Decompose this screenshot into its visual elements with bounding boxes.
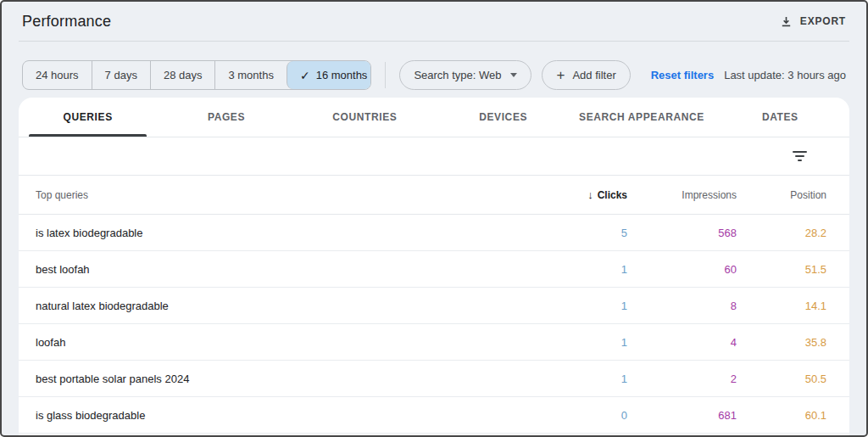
impressions-value: 4 [627,336,737,349]
check-icon: ✓ [300,69,310,82]
query-cell[interactable]: loofah [36,336,542,349]
impressions-value: 681 [627,409,737,422]
tab-queries[interactable]: QUERIES [19,98,157,137]
table-header-row: Top queries ↓Clicks Impressions Position [19,176,849,215]
add-filter-label: Add filter [572,69,615,81]
dimension-tabs: QUERIES PAGES COUNTRIES DEVICES SEARCH A… [19,98,849,137]
impressions-value: 2 [627,373,737,385]
clicks-value: 1 [542,263,627,276]
tab-dates[interactable]: DATES [711,98,849,137]
plus-icon: + [556,68,565,82]
table-row[interactable]: natural latex biodegradable 1 8 14.1 [19,288,849,324]
tab-label: DEVICES [479,111,527,123]
query-cell[interactable]: is latex biodegradable [36,227,542,239]
tab-devices[interactable]: DEVICES [434,98,572,137]
position-value: 51.5 [737,263,826,276]
impressions-value: 568 [627,227,737,239]
date-range-28-days[interactable]: 28 days [150,61,215,89]
table-row[interactable]: loofah 1 4 35.8 [19,324,849,361]
query-cell[interactable]: is glass biodegradable [36,409,542,422]
impressions-value: 60 [627,263,737,276]
tab-label: QUERIES [64,111,113,123]
add-filter-button[interactable]: + Add filter [542,60,630,90]
column-header-top-queries: Top queries [36,189,542,201]
table-row[interactable]: best portable solar panels 2024 1 2 50.5 [19,361,849,397]
date-range-7-days[interactable]: 7 days [92,61,150,89]
table-row[interactable]: best loofah 1 60 51.5 [19,251,849,288]
tab-label: SEARCH APPEARANCE [579,111,704,123]
clicks-value: 1 [542,300,627,312]
last-update-text: Last update: 3 hours ago [724,69,846,81]
search-type-label: Search type: Web [414,69,501,81]
tab-label: COUNTRIES [332,111,397,123]
column-header-impressions[interactable]: Impressions [627,189,737,201]
page-title: Performance [22,13,111,31]
chevron-down-icon [510,73,517,77]
top-bar: Performance EXPORT [2,2,866,41]
clicks-value: 0 [542,409,627,422]
query-cell[interactable]: best loofah [36,263,542,276]
table-filter-row [19,137,849,176]
tab-label: PAGES [208,111,245,123]
clicks-value: 1 [542,373,627,385]
impressions-value: 8 [627,300,737,312]
search-type-dropdown[interactable]: Search type: Web [399,60,531,90]
export-label: EXPORT [800,15,846,27]
query-cell[interactable]: natural latex biodegradable [36,300,542,312]
active-tab-underline [29,134,147,137]
date-range-label: 3 months [228,69,273,81]
export-button[interactable]: EXPORT [780,15,846,28]
column-header-clicks[interactable]: ↓Clicks [542,188,627,201]
column-header-position[interactable]: Position [737,189,826,201]
download-icon [780,15,793,28]
position-value: 50.5 [737,373,826,385]
filter-toolbar: 24 hours 7 days 28 days 3 months ✓ 16 mo… [2,42,866,98]
date-range-label: 16 months [316,69,368,81]
tab-label: DATES [762,111,798,123]
sort-descending-icon: ↓ [587,188,593,201]
date-range-3-months[interactable]: 3 months [214,61,286,89]
date-range-16-months[interactable]: ✓ 16 months [287,61,371,89]
filter-list-icon[interactable] [787,146,812,166]
position-value: 60.1 [737,409,826,422]
position-value: 14.1 [737,300,826,312]
clicks-value: 1 [542,336,627,349]
table-row[interactable]: is glass biodegradable 0 681 60.1 [19,397,849,434]
date-range-24-hours[interactable]: 24 hours [23,61,92,89]
tab-pages[interactable]: PAGES [157,98,295,137]
tab-search-appearance[interactable]: SEARCH APPEARANCE [572,98,710,137]
reset-filters-link[interactable]: Reset filters [651,69,714,81]
search-console-performance-page: Performance EXPORT 24 hours 7 days 28 da… [0,0,868,437]
date-range-label: 24 hours [36,69,79,81]
date-range-label: 28 days [164,69,203,81]
date-range-group: 24 hours 7 days 28 days 3 months ✓ 16 mo… [22,60,371,90]
toolbar-divider [385,62,386,88]
report-card: QUERIES PAGES COUNTRIES DEVICES SEARCH A… [19,98,849,435]
position-value: 35.8 [737,336,826,349]
clicks-value: 5 [542,227,627,239]
position-value: 28.2 [737,227,826,239]
tab-countries[interactable]: COUNTRIES [296,98,434,137]
date-range-label: 7 days [105,69,137,81]
query-cell[interactable]: best portable solar panels 2024 [36,373,542,385]
table-row[interactable]: is latex biodegradable 5 568 28.2 [19,215,849,251]
